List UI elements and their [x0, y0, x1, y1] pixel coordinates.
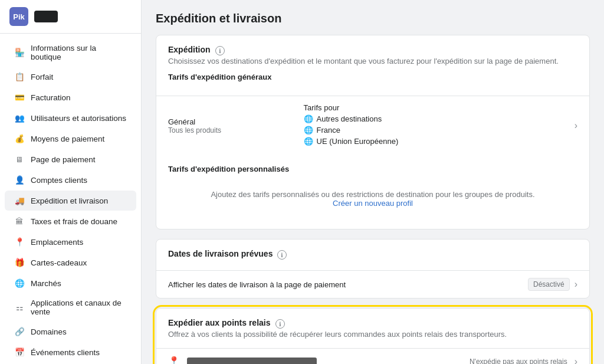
points-label-block [187, 358, 462, 365]
sidebar-item-cartes[interactable]: 🎁 Cartes-cadeaux [5, 252, 136, 273]
points-relais-row[interactable]: 📍 N'expédie pas aux points relais › [156, 348, 589, 364]
sidebar-icon-informations: 🏪 [14, 47, 25, 58]
sidebar-label-taxes: Taxes et frais de douane [31, 217, 117, 226]
delivery-row-right: Désactivé › [528, 278, 577, 291]
delivery-status-badge: Désactivé [528, 278, 570, 291]
custom-rates-desc: Ajoutez des tarifs personnalisés ou des … [211, 190, 534, 199]
sidebar-icon-facturation: 💳 [14, 92, 25, 103]
create-profile-link[interactable]: Créer un nouveau profil [333, 199, 413, 208]
tarifs-pour-label: Tarifs pour [304, 103, 575, 112]
sidebar-item-facturation[interactable]: 💳 Facturation [5, 87, 136, 107]
sidebar-item-marches[interactable]: 🌐 Marchés [5, 273, 136, 293]
points-relais-card: Expédier aux points relais ℹ Offrez à vo… [156, 308, 590, 364]
sidebar-item-domaines[interactable]: 🔗 Domaines [5, 322, 136, 342]
app-logo: Pik [9, 7, 28, 26]
globe-icon-1: 🌐 [304, 114, 313, 123]
sidebar-item-informations[interactable]: 🏪 Informations sur la boutique [5, 39, 136, 66]
sidebar-icon-expedition: 🚚 [14, 195, 25, 206]
expedition-card: Expédition ℹ Choisissez vos destinations… [156, 35, 590, 229]
page-header: Expédition et livraison [142, 0, 604, 35]
sidebar-label-forfait: Forfait [31, 73, 53, 81]
sidebar-icon-applications: ⚏ [14, 302, 25, 313]
custom-rates-section: Tarifs d'expédition personnalisés Ajoute… [156, 155, 589, 229]
custom-rates-content: Ajoutez des tarifs personnalisés ou des … [168, 178, 577, 219]
sidebar-item-applications[interactable]: ⚏ Applications et canaux de vente [5, 294, 136, 321]
sidebar-label-applications: Applications et canaux de vente [31, 299, 127, 316]
sidebar-item-forfait[interactable]: 📋 Forfait [5, 67, 136, 87]
sidebar-label-page-paiement: Page de paiement [31, 155, 96, 164]
sidebar-icon-cartes: 🎁 [14, 257, 25, 268]
sidebar-label-paiement: Moyens de paiement [31, 135, 104, 143]
expedition-info-icon[interactable]: ℹ [215, 46, 225, 55]
expedition-desc: Choisissez vos destinations d'expédition… [168, 57, 577, 65]
sidebar-nav: 🏪 Informations sur la boutique 📋 Forfait… [0, 34, 141, 364]
sidebar-icon-utilisateurs: 👥 [14, 113, 25, 123]
dest-france: 🌐 France [304, 126, 575, 135]
delivery-dates-row[interactable]: Afficher les dates de livraison à la pag… [156, 270, 589, 298]
sidebar-label-facturation: Facturation [31, 93, 71, 102]
logo-bar [34, 11, 58, 22]
sidebar-item-expedition[interactable]: 🚚 Expédition et livraison [5, 191, 136, 211]
points-relais-header: Expédier aux points relais ℹ Offrez à vo… [156, 309, 589, 348]
sidebar-header: Pik [0, 0, 141, 34]
custom-rates-heading: Tarifs d'expédition personnalisés [168, 165, 577, 173]
sidebar-label-utilisateurs: Utilisateurs et autorisations [31, 114, 126, 123]
delivery-dates-header: Dates de livraison prévues ℹ [156, 240, 589, 270]
sidebar-item-page-paiement[interactable]: 🖥 Page de paiement [5, 149, 136, 169]
sidebar-label-cartes: Cartes-cadeaux [31, 258, 87, 267]
points-relais-desc: Offrez à vos clients la possibilité de r… [168, 330, 577, 339]
expedition-title: Expédition [168, 45, 211, 54]
points-blurred-label [187, 358, 317, 365]
sidebar-icon-marches: 🌐 [14, 278, 25, 288]
globe-icon-3: 🌐 [304, 137, 313, 146]
delivery-row-chevron: › [575, 279, 577, 290]
general-sublabel: Tous les produits [168, 126, 304, 135]
sidebar-label-informations: Informations sur la boutique [31, 44, 127, 61]
expedition-header: Expédition ℹ Choisissez vos destinations… [156, 35, 589, 96]
points-relais-highlight: Expédier aux points relais ℹ Offrez à vo… [156, 308, 590, 364]
points-relais-info-icon[interactable]: ℹ [275, 319, 285, 329]
location-pin-icon: 📍 [168, 356, 180, 364]
sidebar-item-taxes[interactable]: 🏛 Taxes et frais de douane [5, 211, 136, 231]
sidebar-item-emplacements[interactable]: 📍 Emplacements [5, 232, 136, 252]
main-content: Expédition et livraison Expédition ℹ Cho… [142, 0, 604, 364]
delivery-dates-card: Dates de livraison prévues ℹ Afficher le… [156, 239, 590, 299]
sidebar-icon-domaines: 🔗 [14, 326, 25, 337]
delivery-info-icon[interactable]: ℹ [277, 250, 287, 260]
sidebar-icon-evenements: 📅 [14, 347, 25, 358]
sidebar-icon-page-paiement: 🖥 [14, 154, 25, 165]
sidebar-item-utilisateurs[interactable]: 👥 Utilisateurs et autorisations [5, 108, 136, 128]
dest-france-label: France [317, 126, 340, 135]
sidebar-icon-emplacements: 📍 [14, 237, 25, 247]
tarifs-targets: Tarifs pour 🌐 Autres destinations 🌐 Fran… [304, 103, 575, 148]
sidebar-item-evenements[interactable]: 📅 Événements clients [5, 342, 136, 362]
sidebar-label-emplacements: Emplacements [31, 238, 83, 247]
sidebar-label-marches: Marchés [31, 279, 61, 288]
sidebar-label-evenements: Événements clients [31, 348, 100, 357]
dest-ue-label: UE (Union Européenne) [317, 137, 399, 146]
dest-ue: 🌐 UE (Union Européenne) [304, 137, 575, 146]
points-status-label: N'expédie pas aux points relais [470, 358, 567, 365]
tarifs-generaux-heading: Tarifs d'expédition généraux [168, 73, 577, 81]
sidebar-label-domaines: Domaines [31, 327, 67, 336]
content-area: Expédition ℹ Choisissez vos destinations… [142, 35, 604, 364]
dest-autres: 🌐 Autres destinations [304, 114, 575, 123]
delivery-dates-title: Dates de livraison prévues [168, 249, 273, 258]
page-title: Expédition et livraison [156, 12, 590, 25]
sidebar-icon-comptes: 👤 [14, 175, 25, 185]
points-relais-title: Expédier aux points relais [168, 318, 271, 327]
general-rates-row[interactable]: Général Tous les produits Tarifs pour 🌐 … [156, 96, 589, 155]
globe-icon-2: 🌐 [304, 126, 313, 135]
points-relais-chevron: › [575, 356, 577, 365]
general-label: Général [168, 117, 304, 126]
delivery-row-label: Afficher les dates de livraison à la pag… [168, 280, 346, 289]
general-rates-info: Général Tous les produits [168, 117, 304, 135]
general-rates-chevron: › [575, 120, 577, 131]
sidebar-item-comptes[interactable]: 👤 Comptes clients [5, 170, 136, 190]
sidebar-icon-paiement: 💰 [14, 133, 25, 144]
sidebar: Pik 🏪 Informations sur la boutique 📋 For… [0, 0, 142, 364]
sidebar-item-paiement[interactable]: 💰 Moyens de paiement [5, 129, 136, 149]
sidebar-label-comptes: Comptes clients [31, 176, 87, 185]
sidebar-label-expedition: Expédition et livraison [31, 196, 108, 205]
sidebar-icon-forfait: 📋 [14, 71, 25, 82]
